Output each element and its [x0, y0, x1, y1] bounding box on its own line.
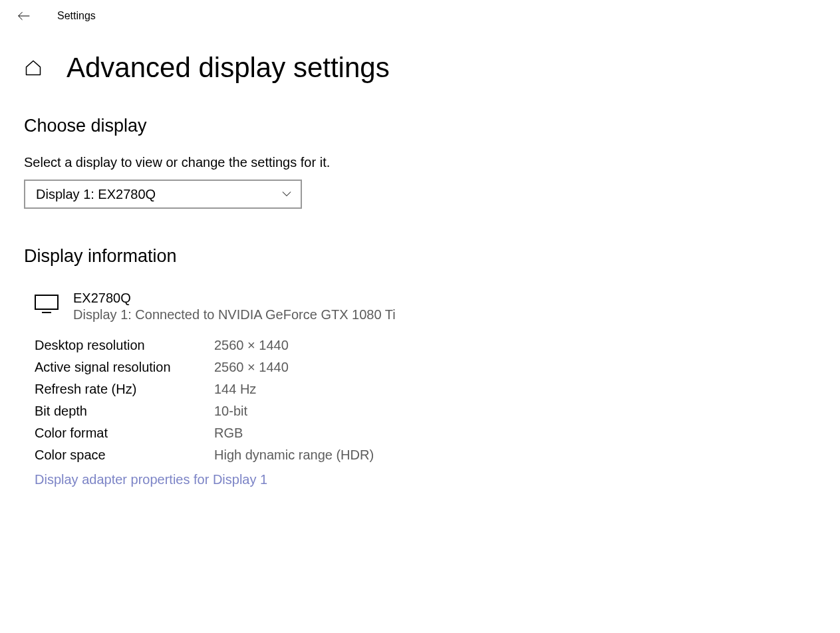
spec-value: 144 Hz: [214, 378, 374, 400]
spec-row: Desktop resolution 2560 × 1440: [35, 334, 374, 356]
display-connection: Display 1: Connected to NVIDIA GeForce G…: [73, 307, 396, 322]
spec-label: Color space: [35, 444, 214, 466]
display-adapter-properties-link[interactable]: Display adapter properties for Display 1: [35, 472, 267, 487]
content-area: Advanced display settings Choose display…: [0, 32, 840, 487]
display-summary-row: EX2780Q Display 1: Connected to NVIDIA G…: [35, 291, 816, 322]
header-title: Settings: [57, 10, 96, 22]
spec-label: Color format: [35, 422, 214, 444]
spec-label: Active signal resolution: [35, 356, 214, 378]
choose-display-description: Select a display to view or change the s…: [24, 155, 816, 170]
spec-row: Refresh rate (Hz) 144 Hz: [35, 378, 374, 400]
header-bar: Settings: [0, 0, 840, 32]
spec-label: Desktop resolution: [35, 334, 214, 356]
home-icon[interactable]: [24, 59, 43, 77]
display-summary-text: EX2780Q Display 1: Connected to NVIDIA G…: [73, 291, 396, 322]
spec-value: 10-bit: [214, 400, 374, 422]
spec-label: Refresh rate (Hz): [35, 378, 214, 400]
display-select-value: Display 1: EX2780Q: [36, 187, 156, 202]
display-name: EX2780Q: [73, 291, 396, 306]
chevron-down-icon: [282, 190, 291, 199]
page-title: Advanced display settings: [67, 52, 390, 84]
page-title-row: Advanced display settings: [24, 52, 816, 84]
arrow-left-icon: [17, 9, 31, 23]
svg-rect-1: [35, 295, 58, 309]
spec-row: Active signal resolution 2560 × 1440: [35, 356, 374, 378]
monitor-icon: [35, 295, 59, 313]
spec-table: Desktop resolution 2560 × 1440 Active si…: [35, 334, 374, 466]
spec-value: 2560 × 1440: [214, 334, 374, 356]
display-information-body: EX2780Q Display 1: Connected to NVIDIA G…: [24, 291, 816, 487]
spec-row: Color format RGB: [35, 422, 374, 444]
spec-label: Bit depth: [35, 400, 214, 422]
spec-value: High dynamic range (HDR): [214, 444, 374, 466]
display-select-dropdown[interactable]: Display 1: EX2780Q: [24, 180, 302, 209]
spec-row: Color space High dynamic range (HDR): [35, 444, 374, 466]
spec-value: RGB: [214, 422, 374, 444]
spec-row: Bit depth 10-bit: [35, 400, 374, 422]
choose-display-heading: Choose display: [24, 116, 816, 136]
back-button[interactable]: [16, 8, 32, 24]
display-information-heading: Display information: [24, 246, 816, 267]
spec-value: 2560 × 1440: [214, 356, 374, 378]
